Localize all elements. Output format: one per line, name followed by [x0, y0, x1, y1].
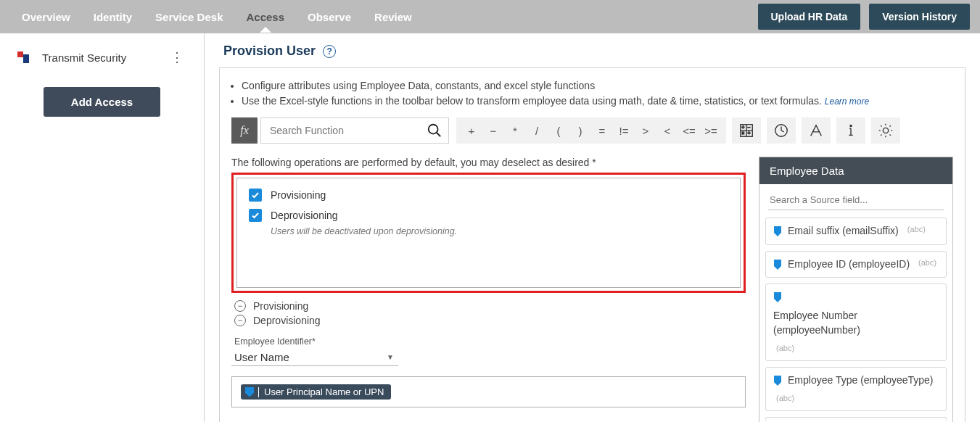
field-icon	[773, 226, 782, 237]
op-greater[interactable]: >	[635, 120, 656, 141]
provisioning-checkbox[interactable]	[249, 189, 262, 202]
hint-1: Configure attributes using Employee Data…	[242, 78, 953, 94]
function-toolbar: fx + − * / ( ) = != > < <= >=	[231, 117, 953, 144]
main-content: Provision User ? Configure attributes us…	[205, 33, 980, 422]
employee-identifier-select[interactable]: User Name ▼	[231, 348, 398, 366]
employee-data-header: Employee Data	[759, 157, 952, 184]
svg-line-21	[881, 125, 881, 126]
upn-chip-label: User Principal Name or UPN	[264, 386, 384, 397]
svg-text:−: −	[748, 125, 751, 130]
op-minus[interactable]: −	[482, 120, 504, 141]
svg-point-12	[850, 125, 852, 126]
function-search-input[interactable]	[261, 118, 448, 143]
field-icon	[773, 291, 782, 303]
nav-overview[interactable]: Overview	[10, 2, 82, 32]
employee-field-item[interactable]: Employee ID (employeeID) (abc)	[765, 251, 947, 278]
employee-field-label: Employee Type (employeeType)	[788, 373, 934, 388]
op-close-paren[interactable]: )	[569, 120, 591, 141]
employee-field-item[interactable]: Employee Number (employeeNumber) (abc)	[765, 284, 947, 361]
field-icon	[773, 375, 782, 386]
provisioning-section-label: Provisioning	[253, 300, 308, 312]
employee-data-search-input[interactable]	[768, 190, 944, 210]
highlighted-operations-box: Provisioning Deprovisioning Users will b…	[231, 173, 746, 293]
search-icon[interactable]	[427, 123, 442, 141]
employee-field-label: Employee ID (employeeID)	[788, 257, 910, 272]
op-equals[interactable]: =	[591, 120, 613, 141]
top-nav: Overview Identity Service Desk Access Ob…	[0, 0, 980, 33]
op-not-equals[interactable]: !=	[613, 120, 635, 141]
nav-access[interactable]: Access	[234, 2, 296, 32]
op-greater-eq[interactable]: >=	[700, 120, 722, 141]
employee-identifier-label: Employee Identifier*	[234, 336, 746, 347]
svg-text:+: +	[742, 125, 745, 130]
field-icon	[773, 259, 782, 270]
svg-text:×: ×	[742, 131, 745, 136]
add-access-button[interactable]: Add Access	[44, 87, 160, 117]
employee-field-type: (abc)	[907, 224, 926, 235]
operations-label: The following operations are performed b…	[231, 157, 746, 168]
deprovisioning-checkbox-label: Deprovisioning	[271, 210, 338, 221]
hints-list: Configure attributes using Employee Data…	[242, 78, 953, 109]
field-chip-icon	[245, 387, 254, 397]
deprovisioning-checkbox[interactable]	[249, 209, 262, 222]
employee-data-column: Employee Data Email suffix (emailSuffix)…	[759, 157, 953, 422]
help-icon[interactable]: ?	[323, 45, 336, 58]
svg-point-16	[883, 128, 888, 133]
employee-field-item[interactable]: Email suffix (emailSuffix) (abc)	[765, 218, 947, 245]
learn-more-link[interactable]: Learn more	[825, 96, 869, 107]
deprovisioning-section-label: Deprovisioning	[253, 315, 321, 326]
upload-hr-data-button[interactable]: Upload HR Data	[758, 4, 861, 30]
hint-2: Use the Excel-style functions in the too…	[242, 94, 953, 109]
fx-badge: fx	[231, 117, 258, 144]
nav-identity[interactable]: Identity	[82, 2, 144, 32]
transmit-security-logo-icon	[15, 49, 32, 66]
sidebar: Transmit Security ⋮ Add Access	[0, 33, 205, 422]
page-title: Provision User	[223, 44, 316, 59]
op-less[interactable]: <	[656, 120, 678, 141]
employee-field-label: Employee Number (employeeNumber)	[773, 309, 939, 337]
deprovisioning-note: Users will be deactivated upon deprovisi…	[271, 226, 728, 236]
stats-category-icon[interactable]	[871, 117, 900, 144]
svg-point-0	[429, 125, 438, 134]
svg-line-11	[781, 131, 784, 132]
provisioning-checkbox-label: Provisioning	[271, 189, 326, 201]
nav-observe[interactable]: Observe	[296, 2, 363, 32]
app-name: Transmit Security	[42, 51, 126, 64]
employee-identifier-value: User Name	[234, 351, 289, 363]
top-nav-right: Upload HR Data Version History	[758, 4, 971, 30]
employee-field-item[interactable]: Employee Type (employeeType) (abc)	[765, 367, 947, 411]
operations-column: The following operations are performed b…	[231, 157, 746, 422]
info-category-icon[interactable]	[836, 117, 865, 144]
nav-review[interactable]: Review	[363, 2, 424, 32]
svg-line-24	[890, 135, 891, 136]
math-category-icon[interactable]: +−×÷	[732, 117, 761, 144]
employee-data-list: Email suffix (emailSuffix) (abc) Employe…	[759, 218, 952, 421]
employee-field-type: (abc)	[776, 343, 794, 354]
employee-field-type: (abc)	[918, 257, 936, 268]
kebab-menu-icon[interactable]: ⋮	[165, 46, 189, 68]
top-nav-left: Overview Identity Service Desk Access Ob…	[10, 2, 424, 32]
employee-field-label: Email suffix (emailSuffix)	[788, 224, 899, 239]
provisioning-collapse-toggle[interactable]: −	[234, 300, 246, 312]
text-category-icon[interactable]	[802, 117, 831, 144]
svg-line-23	[881, 135, 881, 136]
upn-chip[interactable]: User Principal Name or UPN	[241, 384, 391, 400]
employee-field-item[interactable]: extensionAttribute1 (extensionAt	[765, 417, 947, 421]
operations-box: Provisioning Deprovisioning Users will b…	[236, 178, 741, 288]
svg-line-22	[890, 125, 891, 126]
sidebar-header: Transmit Security ⋮	[10, 46, 194, 68]
attribute-expression-box[interactable]: User Principal Name or UPN	[231, 376, 746, 407]
main-panel: Configure attributes using Employee Data…	[219, 67, 965, 422]
datetime-category-icon[interactable]	[767, 117, 796, 144]
employee-field-type: (abc)	[776, 393, 794, 404]
op-multiply[interactable]: *	[504, 120, 526, 141]
employee-data-panel: Employee Data Email suffix (emailSuffix)…	[759, 157, 953, 422]
nav-service-desk[interactable]: Service Desk	[144, 2, 234, 32]
op-plus[interactable]: +	[461, 120, 482, 141]
version-history-button[interactable]: Version History	[869, 4, 970, 30]
op-less-eq[interactable]: <=	[678, 120, 700, 141]
deprovisioning-collapse-toggle[interactable]: −	[234, 315, 246, 326]
op-divide[interactable]: /	[526, 120, 548, 141]
op-open-paren[interactable]: (	[548, 120, 569, 141]
svg-line-1	[437, 133, 441, 137]
